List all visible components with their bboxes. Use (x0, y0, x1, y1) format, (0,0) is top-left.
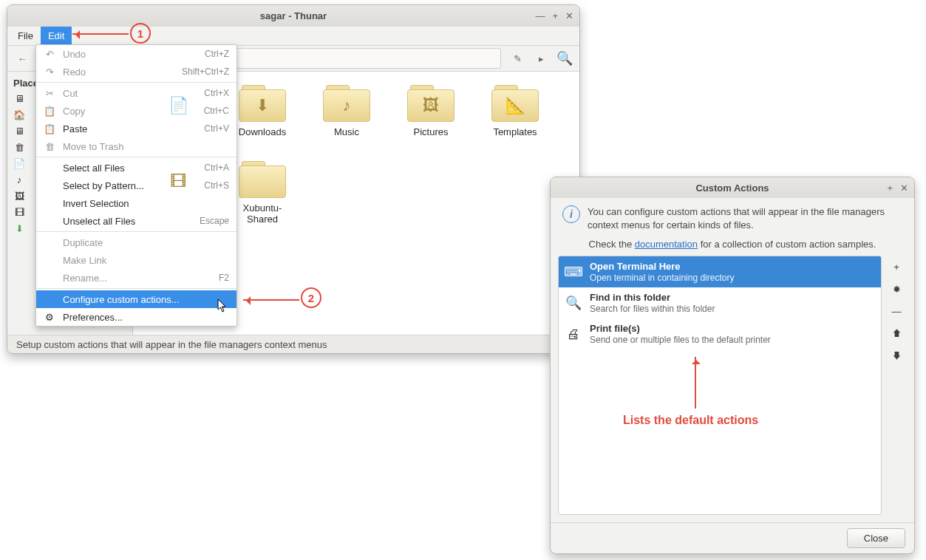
menu-item-icon (44, 162, 55, 174)
menu-item-label: Unselect all Files (63, 216, 192, 227)
menu-item-label: Redo (63, 66, 174, 78)
menu-item-accel: Ctrl+A (204, 163, 229, 173)
menu-item-icon (44, 215, 55, 227)
menu-item[interactable]: Configure custom actions... (36, 290, 236, 308)
menu-item-label: Move to Trash (63, 141, 222, 152)
action-row[interactable]: 🖨Print file(s)Send one or multiple files… (559, 318, 881, 349)
edit-action-button[interactable]: ✸ (888, 281, 905, 297)
folder-glyph-icon: 📐 (491, 89, 539, 122)
action-icon: 🔍 (565, 294, 582, 312)
menu-item-icon (44, 293, 55, 305)
folder-item[interactable]: ♪Music (315, 82, 378, 137)
dialog-intro: i You can configure custom actions that … (551, 198, 914, 231)
action-title: Print file(s) (590, 323, 771, 335)
action-list[interactable]: ⌨Open Terminal HereOpen terminal in cont… (558, 256, 882, 515)
menu-separator (36, 82, 236, 83)
menu-item[interactable]: 📋PasteCtrl+V (36, 120, 236, 137)
folder-label: Music (334, 126, 359, 137)
info-icon: i (562, 205, 580, 223)
dialog-side-buttons: + ✸ — 🡅 🡇 (886, 256, 907, 515)
folder-glyph-icon: 🖼 (407, 89, 455, 122)
menu-item: ✂CutCtrl+X (36, 84, 236, 102)
menu-item-accel: Ctrl+Z (205, 49, 229, 59)
custom-actions-dialog: Custom Actions + ✕ i You can configure c… (550, 177, 915, 554)
action-text: Print file(s)Send one or multiple files … (590, 323, 771, 345)
menu-item-icon (44, 197, 55, 209)
menu-item-icon (44, 180, 55, 191)
menu-edit[interactable]: Edit (41, 27, 72, 45)
action-desc: Open terminal in containing directory (590, 273, 734, 283)
menu-item-label: Undo (63, 49, 197, 60)
folder-item[interactable]: ⬇Downloads (231, 82, 294, 137)
folder-glyph-icon: 📄 (154, 89, 202, 122)
action-desc: Search for files within this folder (590, 304, 715, 314)
menu-item-accel: Escape (200, 216, 229, 226)
folder-icon (239, 158, 286, 198)
dialog-titlebar: Custom Actions + ✕ (551, 177, 914, 198)
menu-item: Make Link (36, 251, 236, 269)
maximize-icon[interactable]: + (887, 182, 893, 194)
menu-item: Duplicate (36, 233, 236, 251)
close-icon[interactable]: ✕ (900, 182, 908, 194)
menubar: File Edit (7, 27, 579, 45)
computer-icon: 🖥 (13, 92, 25, 104)
menu-item-accel: F2 (219, 273, 229, 283)
action-title: Open Terminal Here (590, 261, 734, 273)
menu-item-icon: ⚙ (44, 311, 55, 323)
menu-separator (36, 288, 236, 289)
menu-item-label: Rename... (63, 273, 211, 284)
menu-item-icon (44, 236, 55, 248)
menu-item-icon (44, 254, 55, 266)
action-text: Find in this folderSearch for files with… (590, 292, 715, 314)
home-icon: 🏠 (13, 109, 25, 120)
dialog-title: Custom Actions (695, 182, 769, 194)
window-title: sagar - Thunar (260, 10, 327, 21)
menu-item: Rename...F2 (36, 269, 236, 287)
action-row[interactable]: ⌨Open Terminal HereOpen terminal in cont… (559, 256, 881, 287)
add-action-button[interactable]: + (888, 259, 905, 275)
dialog-doc-line: Check the documentation for a collection… (551, 231, 914, 256)
minimize-icon[interactable]: — (535, 10, 545, 21)
menu-item[interactable]: Select all FilesCtrl+A (36, 159, 236, 177)
folder-glyph-icon: ⬇ (239, 89, 286, 122)
search-icon[interactable]: 🔍 (554, 48, 575, 69)
menu-item-accel: Shift+Ctrl+Z (182, 66, 229, 77)
folder-glyph-icon (239, 165, 286, 198)
folder-item[interactable]: 🖼Pictures (399, 82, 463, 137)
folder-icon: ♪ (323, 82, 370, 122)
documentation-link[interactable]: documentation (635, 239, 698, 250)
folder-item[interactable]: Xubuntu-Shared (231, 158, 294, 225)
menu-item[interactable]: ⚙Preferences... (36, 308, 236, 326)
trash-icon: 🗑 (13, 141, 25, 153)
menu-item-icon: ↷ (44, 66, 55, 78)
edit-path-icon[interactable]: ✎ (507, 48, 528, 69)
action-row[interactable]: 🔍Find in this folderSearch for files wit… (559, 287, 881, 318)
menu-item[interactable]: Select by Pattern...Ctrl+S (36, 177, 236, 194)
close-icon[interactable]: ✕ (565, 10, 573, 21)
folder-label: Xubuntu-Shared (231, 202, 294, 225)
path-menu-icon[interactable]: ▸ (531, 48, 551, 69)
folder-item[interactable]: 📐Templates (483, 82, 547, 137)
statusbar-text: Setup custom actions that will appear in… (16, 339, 327, 350)
menu-file[interactable]: File (10, 27, 41, 45)
menu-item-accel: Ctrl+C (204, 106, 229, 116)
music-icon: ♪ (13, 174, 25, 185)
menu-item[interactable]: Invert Selection (36, 194, 236, 212)
menu-item: 📋CopyCtrl+C (36, 102, 236, 120)
folder-label: Downloads (239, 126, 286, 137)
action-icon: 🖨 (565, 325, 582, 343)
move-down-button[interactable]: 🡇 (888, 347, 905, 363)
documents-icon: 📄 (13, 157, 25, 169)
menu-item-label: Paste (63, 123, 197, 134)
folder-icon: ⬇ (239, 82, 286, 122)
remove-action-button[interactable]: — (888, 303, 905, 319)
maximize-icon[interactable]: + (552, 10, 558, 21)
menu-item-icon: ✂ (44, 87, 55, 99)
back-button[interactable]: ← (12, 48, 33, 69)
move-up-button[interactable]: 🡅 (888, 325, 905, 341)
menu-item: ↶UndoCtrl+Z (36, 45, 236, 63)
menu-item[interactable]: Unselect all FilesEscape (36, 212, 236, 230)
menu-separator (36, 157, 236, 157)
downloads-icon: ⬇ (13, 222, 25, 234)
close-button[interactable]: Close (847, 528, 905, 548)
